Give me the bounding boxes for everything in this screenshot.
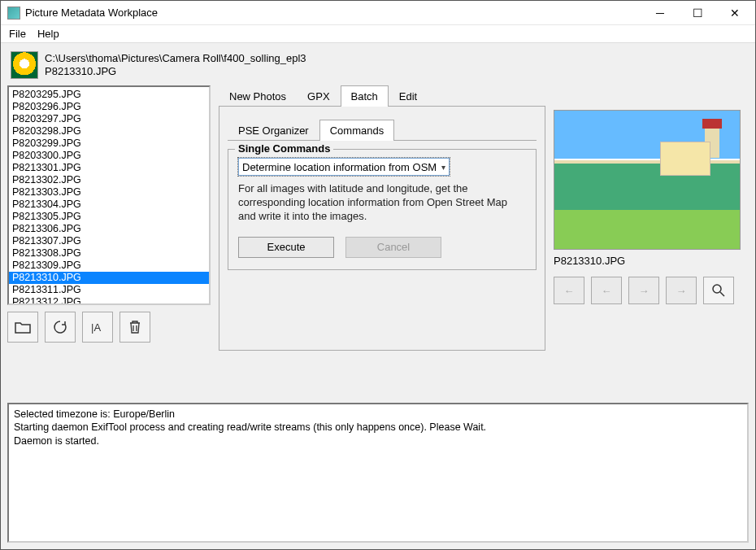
next-icon: → — [639, 285, 650, 297]
list-item[interactable]: P8203300.JPG — [9, 150, 209, 162]
subtab-pse-organizer[interactable]: PSE Organizer — [228, 120, 319, 141]
list-item[interactable]: P8213309.JPG — [9, 260, 209, 272]
menu-file[interactable]: File — [9, 28, 26, 40]
prev-icon: ← — [602, 285, 612, 297]
minimize-button[interactable]: ─ — [641, 1, 679, 25]
tab-gpx[interactable]: GPX — [297, 85, 340, 107]
zoom-button[interactable] — [703, 277, 734, 304]
last-icon: → — [676, 285, 687, 297]
path-thumbnail — [11, 51, 38, 79]
list-item[interactable]: P8213301.JPG — [9, 162, 209, 174]
folder-icon — [15, 321, 31, 334]
list-item[interactable]: P8203298.JPG — [9, 125, 209, 138]
app-icon — [7, 7, 20, 20]
list-item[interactable]: P8203299.JPG — [9, 138, 209, 150]
svg-line-2 — [720, 292, 724, 296]
list-item[interactable]: P8213304.JPG — [9, 199, 209, 211]
trash-icon — [128, 320, 141, 334]
file-listbox[interactable]: P8203295.JPGP8203296.JPGP8203297.JPGP820… — [7, 85, 211, 305]
batch-tab-body: PSE Organizer Commands Single Commands D… — [219, 107, 545, 351]
open-folder-button[interactable] — [7, 312, 38, 343]
list-item[interactable]: P8213303.JPG — [9, 186, 209, 199]
subtab-commands[interactable]: Commands — [319, 120, 394, 141]
path-row: C:\Users\thoma\Pictures\Camera Roll\f400… — [1, 43, 755, 85]
rename-button[interactable]: |A — [82, 312, 113, 343]
list-item[interactable]: P8213308.JPG — [9, 247, 209, 260]
main-tabs: New Photos GPX Batch Edit — [219, 85, 545, 107]
refresh-icon — [53, 320, 67, 334]
list-item[interactable]: P8213302.JPG — [9, 174, 209, 186]
log-output[interactable]: Selected timezone is: Europe/Berlin Star… — [7, 403, 749, 543]
nav-prev-button[interactable]: ← — [591, 277, 622, 304]
command-selected: Determine location information from OSM — [242, 161, 437, 173]
nav-last-button[interactable]: → — [666, 277, 697, 304]
path-file: P8213310.JPG — [45, 65, 306, 78]
command-combobox[interactable]: Determine location information from OSM … — [238, 158, 450, 176]
list-item[interactable]: P8213310.JPG — [9, 272, 209, 284]
window-title: Picture Metadata Workplace — [25, 7, 641, 19]
list-item[interactable]: P8203296.JPG — [9, 101, 209, 113]
nav-next-button[interactable]: → — [628, 277, 659, 304]
close-button[interactable]: ✕ — [716, 1, 754, 25]
maximize-button[interactable]: ☐ — [679, 1, 716, 25]
list-item[interactable]: P8213312.JPG — [9, 296, 209, 305]
command-description: For all images with latitude and longitu… — [238, 182, 526, 224]
chevron-down-icon: ▾ — [441, 163, 445, 172]
titlebar: Picture Metadata Workplace ─ ☐ ✕ — [1, 1, 755, 25]
list-item[interactable]: P8203297.JPG — [9, 113, 209, 125]
menu-help[interactable]: Help — [37, 28, 59, 40]
first-icon: ← — [564, 285, 575, 297]
list-item[interactable]: P8213306.JPG — [9, 223, 209, 235]
magnifier-icon — [711, 283, 726, 298]
list-item[interactable]: P8213307.JPG — [9, 235, 209, 247]
path-dir: C:\Users\thoma\Pictures\Camera Roll\f400… — [45, 52, 306, 65]
preview-nav: ← ← → → — [554, 277, 749, 304]
preview-column: P8213310.JPG ← ← → → — [554, 85, 749, 351]
execute-button[interactable]: Execute — [238, 237, 334, 258]
tab-new-photos[interactable]: New Photos — [219, 85, 297, 107]
tab-batch[interactable]: Batch — [341, 85, 389, 107]
nav-first-button[interactable]: ← — [554, 277, 584, 304]
list-toolbar: |A — [7, 312, 211, 343]
group-title: Single Commands — [235, 142, 333, 155]
rename-icon: |A — [89, 320, 106, 334]
path-text: C:\Users\thoma\Pictures\Camera Roll\f400… — [45, 52, 306, 77]
svg-point-1 — [713, 285, 721, 293]
image-preview — [554, 110, 741, 250]
preview-caption: P8213310.JPG — [554, 255, 749, 267]
delete-button[interactable] — [119, 312, 150, 343]
list-item[interactable]: P8203295.JPG — [9, 89, 209, 101]
svg-text:|A: |A — [91, 321, 101, 334]
single-commands-group: Single Commands Determine location infor… — [228, 149, 537, 270]
refresh-button[interactable] — [45, 312, 76, 343]
cancel-button: Cancel — [345, 237, 441, 258]
list-item[interactable]: P8213305.JPG — [9, 211, 209, 223]
list-item[interactable]: P8213311.JPG — [9, 284, 209, 296]
app-window: Picture Metadata Workplace ─ ☐ ✕ File He… — [0, 0, 756, 550]
content-area: P8203295.JPGP8203296.JPGP8203297.JPGP820… — [1, 85, 755, 351]
main-column: New Photos GPX Batch Edit PSE Organizer … — [215, 85, 549, 351]
menubar: File Help — [1, 25, 755, 43]
button-row: Execute Cancel — [238, 237, 526, 258]
tab-edit[interactable]: Edit — [389, 85, 428, 107]
file-list-column: P8203295.JPGP8203296.JPGP8203297.JPGP820… — [7, 85, 211, 351]
batch-subtabs: PSE Organizer Commands — [228, 120, 537, 141]
